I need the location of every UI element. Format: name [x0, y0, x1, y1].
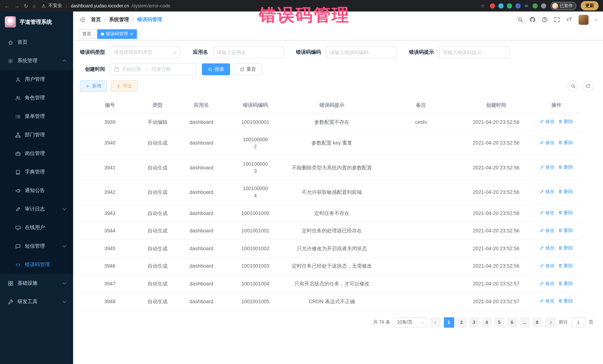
edit-icon: [540, 281, 544, 286]
page-button[interactable]: 3: [469, 317, 479, 328]
search-button[interactable]: 搜索: [202, 63, 230, 75]
edit-link[interactable]: 修改: [540, 245, 555, 252]
sidebar-item-devtools[interactable]: 研发工具: [0, 292, 73, 311]
sidebar-item-menu[interactable]: 菜单管理: [0, 107, 73, 126]
breadcrumb-system[interactable]: 系统管理: [109, 16, 129, 23]
back-icon[interactable]: ←: [4, 3, 10, 9]
reset-button[interactable]: 重置: [234, 63, 262, 75]
paused-profile-chip[interactable]: 已暂停: [550, 2, 576, 10]
delete-link[interactable]: 删除: [558, 188, 573, 195]
page-button[interactable]: 5: [494, 317, 504, 328]
edit-link[interactable]: 修改: [540, 298, 555, 304]
sidebar-item-infra[interactable]: 基础设施: [0, 274, 73, 292]
sidebar-item-online[interactable]: 在线用户: [0, 218, 73, 237]
sidebar-item-dict[interactable]: 字典管理: [0, 163, 73, 181]
edit-link[interactable]: 修改: [540, 210, 555, 216]
collapse-sidebar-icon[interactable]: [79, 16, 85, 23]
filter-create-time: 创建时间 开始日期 - 结束日期: [80, 63, 196, 75]
help-icon[interactable]: [542, 17, 548, 22]
tampermonkey-icon[interactable]: [515, 3, 521, 8]
edit-link[interactable]: 修改: [540, 139, 555, 146]
delete-link[interactable]: 删除: [558, 227, 573, 234]
total-count: 共 76 条: [373, 319, 390, 326]
sidebar-item-sms[interactable]: 短信管理: [0, 237, 73, 255]
tab-error-code[interactable]: 错误码管理 ×: [97, 29, 137, 39]
delete-link[interactable]: 删除: [558, 280, 573, 287]
cell-type: 自动生成: [140, 293, 175, 310]
search-icon[interactable]: [517, 17, 523, 22]
sidebar-item-user[interactable]: 用户管理: [0, 70, 73, 88]
bookmark-star-icon[interactable]: ☆: [481, 3, 485, 9]
reload-icon[interactable]: ↻: [24, 3, 28, 9]
tab-home[interactable]: 首页: [79, 29, 95, 39]
app-name-input[interactable]: [213, 46, 283, 58]
delete-link[interactable]: 删除: [558, 263, 573, 269]
edit-link[interactable]: 修改: [540, 227, 555, 234]
browser-home-icon[interactable]: ⌂: [33, 3, 36, 9]
edit-icon: [540, 264, 544, 268]
edit-link[interactable]: 修改: [540, 118, 555, 125]
forward-icon[interactable]: →: [14, 3, 19, 9]
field-label: 错误码类型: [80, 49, 105, 55]
chevron-down-icon[interactable]: [594, 18, 598, 21]
trash-icon: [558, 299, 563, 303]
colorpick-icon[interactable]: [498, 3, 503, 8]
github-icon[interactable]: [530, 17, 535, 22]
sidebar-item-system[interactable]: 系统管理: [0, 52, 73, 70]
page-button[interactable]: 8: [532, 317, 542, 328]
show-search-button[interactable]: [567, 80, 579, 92]
export-button[interactable]: 导出: [111, 80, 138, 92]
user-avatar[interactable]: [579, 15, 589, 25]
paused-label: 已暂停: [560, 3, 573, 9]
browser-update-button[interactable]: 更新: [581, 1, 599, 10]
edit-link[interactable]: 修改: [540, 280, 555, 287]
cell-operations: 修改删除: [531, 258, 581, 275]
date-range-picker[interactable]: 开始日期 - 结束日期: [110, 63, 196, 75]
delete-link[interactable]: 删除: [558, 298, 573, 304]
sidebar-item-dept[interactable]: 部门管理: [0, 126, 73, 144]
close-tab-icon[interactable]: ×: [130, 32, 133, 36]
fullscreen-icon[interactable]: [554, 17, 560, 22]
delete-link[interactable]: 删除: [558, 139, 573, 146]
breadcrumb-home[interactable]: 首页: [91, 16, 101, 23]
delete-link[interactable]: 删除: [558, 164, 573, 170]
refresh-table-button[interactable]: [582, 80, 593, 92]
sidebar-item-home[interactable]: 首页: [0, 33, 73, 52]
sidebar-item-post[interactable]: 岗位管理: [0, 144, 73, 163]
edit-link[interactable]: 修改: [540, 263, 555, 269]
goto-page-input[interactable]: [571, 317, 586, 328]
error-code-input[interactable]: [326, 46, 396, 58]
error-hint-input[interactable]: [439, 46, 509, 58]
app-logo[interactable]: 芋道管理系统: [0, 11, 73, 32]
sidebar-item-role[interactable]: 角色管理: [0, 88, 73, 107]
address-bar[interactable]: ⚠ 不安全 | dashboard.yudao.iocoder.cn/syste…: [42, 3, 476, 9]
delete-link[interactable]: 删除: [558, 118, 573, 125]
sidebar-item-audit[interactable]: 审计日志: [0, 200, 73, 218]
page-button[interactable]: ...: [519, 317, 530, 328]
page-button[interactable]: 6: [507, 317, 517, 328]
add-button[interactable]: 新增: [80, 80, 107, 92]
page-button[interactable]: 2: [456, 317, 467, 328]
onetab-icon[interactable]: on: [524, 3, 529, 8]
next-page-button[interactable]: [545, 317, 556, 328]
fontsize-icon[interactable]: [566, 17, 572, 22]
vue-devtools-icon[interactable]: [507, 3, 512, 8]
proxy-icon[interactable]: [532, 3, 537, 8]
adblock-icon[interactable]: [490, 3, 495, 8]
delete-link[interactable]: 删除: [558, 245, 573, 252]
error-type-select[interactable]: 请选择错误码类型: [110, 46, 180, 58]
puzzle-extension-icon[interactable]: [541, 3, 546, 8]
edit-link[interactable]: 修改: [540, 164, 555, 170]
page-button[interactable]: 1: [444, 317, 454, 328]
page-size-select[interactable]: 10条/页: [393, 317, 427, 328]
delete-label: 删除: [564, 188, 573, 195]
edit-icon: [540, 165, 544, 169]
prev-page-button[interactable]: [430, 317, 441, 328]
sidebar-item-errorcode[interactable]: 错误码管理: [0, 255, 73, 274]
edit-link[interactable]: 修改: [540, 188, 555, 195]
page-button[interactable]: 4: [481, 317, 492, 328]
sidebar-item-notice[interactable]: 通知公告: [0, 181, 73, 200]
delete-link[interactable]: 删除: [558, 210, 573, 216]
cell-time: 2021-04-20 23:52:57: [461, 293, 531, 310]
edit-label: 修改: [545, 298, 555, 304]
